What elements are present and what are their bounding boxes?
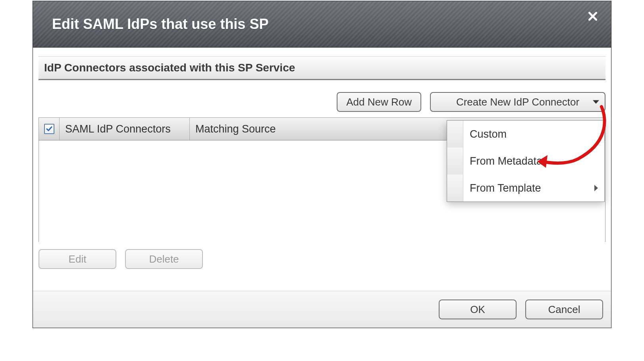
row-actions: Edit Delete — [33, 242, 611, 269]
close-icon[interactable] — [585, 8, 601, 24]
table-toolbar: Add New Row Create New IdP Connector — [33, 80, 611, 115]
edit-button[interactable]: Edit — [39, 249, 116, 269]
dialog-titlebar: Edit SAML IdPs that use this SP — [33, 1, 611, 48]
dialog: Edit SAML IdPs that use this SP IdP Conn… — [33, 1, 611, 328]
select-all-cell[interactable] — [39, 118, 60, 140]
dropdown-label: Custom — [463, 121, 604, 148]
dropdown-gutter — [447, 148, 463, 175]
delete-button[interactable]: Delete — [125, 249, 203, 269]
section-header-text: IdP Connectors associated with this SP S… — [44, 61, 295, 74]
dropdown-gutter — [447, 175, 463, 202]
column-header-connectors[interactable]: SAML IdP Connectors — [60, 118, 190, 140]
section-header: IdP Connectors associated with this SP S… — [39, 56, 605, 80]
create-connector-label: Create New IdP Connector — [456, 96, 579, 108]
dropdown-item-from-template[interactable]: From Template — [447, 175, 604, 202]
dialog-footer: OK Cancel — [33, 291, 611, 328]
dropdown-gutter — [447, 121, 463, 148]
select-all-checkbox[interactable] — [44, 124, 54, 134]
dropdown-item-from-metadata[interactable]: From Metadata — [447, 148, 604, 175]
dialog-title: Edit SAML IdPs that use this SP — [52, 16, 268, 33]
chevron-right-icon — [594, 185, 598, 191]
dropdown-label: From Metadata — [463, 148, 604, 175]
add-new-row-button[interactable]: Add New Row — [337, 92, 421, 112]
dropdown-item-custom[interactable]: Custom — [447, 121, 604, 148]
cancel-button[interactable]: Cancel — [525, 300, 603, 319]
create-new-idp-connector-button[interactable]: Create New IdP Connector — [430, 92, 605, 112]
ok-button[interactable]: OK — [439, 300, 517, 319]
dropdown-label: From Template — [463, 175, 594, 202]
caret-down-icon — [593, 100, 599, 104]
create-connector-dropdown: Custom From Metadata From Template — [447, 120, 605, 202]
